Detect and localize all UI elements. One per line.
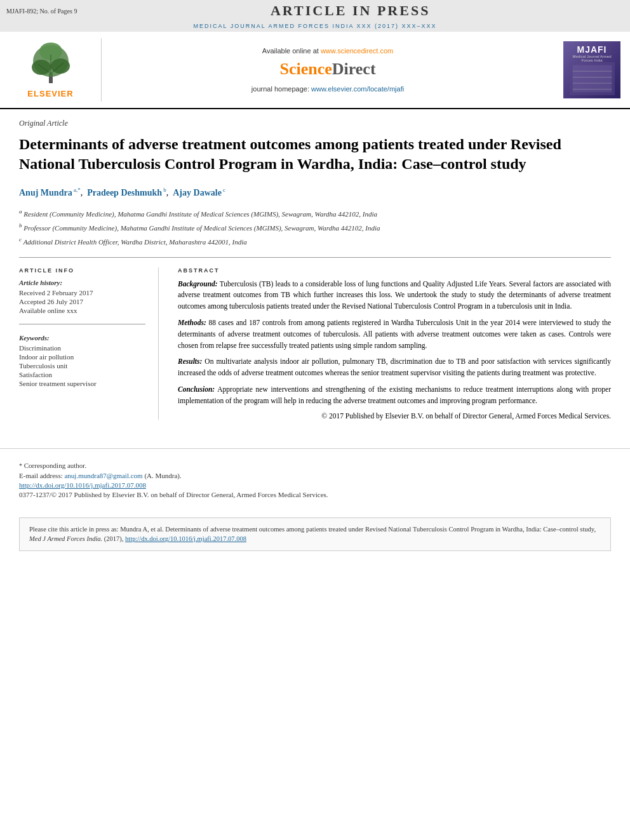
journal-subheader: MEDICAL JOURNAL ARMED FORCES INDIA XXX (… <box>0 22 630 32</box>
journal-id: MJAFI-892; No. of Pages 9 <box>6 8 77 15</box>
sciencedirect-url[interactable]: www.sciencedirect.com <box>321 47 393 55</box>
author-email[interactable]: anuj.mundra87@gmail.com <box>64 472 142 479</box>
homepage-url[interactable]: www.elsevier.com/locate/mjafi <box>311 85 404 93</box>
elsevier-wordmark: ELSEVIER <box>27 89 73 98</box>
corresponding-label: Corresponding author. <box>24 462 86 469</box>
history-available: Available online xxx <box>19 307 145 314</box>
author-1-name: Anuj Mundra <box>19 188 72 197</box>
mjafi-logo-box: MJAFI Medical Journal Armed Forces India <box>563 41 620 98</box>
mjafi-cover-image <box>568 62 616 95</box>
author-3-sup: c <box>222 187 225 193</box>
background-label: Background: <box>178 280 218 288</box>
svg-point-2 <box>32 60 51 75</box>
sciencedirect-logo: ScienceDirect <box>279 60 375 79</box>
center-branding: Available online at www.sciencedirect.co… <box>102 38 554 102</box>
methods-text: 88 cases and 187 controls from among pat… <box>178 319 611 349</box>
article-in-press-label: ARTICLE IN PRESS <box>77 3 624 19</box>
history-received: Received 2 February 2017 <box>19 289 145 297</box>
issn-line: 0377-1237/© 2017 Published by Elsevier B… <box>19 491 611 498</box>
elsevier-logo: ELSEVIER <box>0 38 102 102</box>
available-online-text: Available online at www.sciencedirect.co… <box>262 47 393 55</box>
results-text: On multivariate analysis indoor air poll… <box>178 357 611 377</box>
results-label: Results: <box>178 357 202 365</box>
abstract-methods: Methods: 88 cases and 187 controls from … <box>178 317 611 351</box>
footer-section: * Corresponding author. E-mail address: … <box>0 448 630 511</box>
affiliation-b: b Professor (Community Medicine), Mahatm… <box>19 222 611 233</box>
citation-doi-link[interactable]: http://dx.doi.org/10.1016/j.mjafi.2017.0… <box>125 535 246 542</box>
abstract-heading: ABSTRACT <box>178 267 611 274</box>
abstract-column: ABSTRACT Background: Tuberculosis (TB) l… <box>178 267 611 420</box>
affiliation-a: a Resident (Community Medicine), Mahatma… <box>19 208 611 219</box>
citation-box: Please cite this article in press as: Mu… <box>19 517 611 552</box>
mjafi-subtitle: Medical Journal Armed Forces India <box>566 55 617 62</box>
author-1-sup: a,* <box>72 187 81 193</box>
section-divider <box>19 257 611 258</box>
author-3-name: Ajay Dawale <box>173 188 222 197</box>
two-col-section: ARTICLE INFO Article history: Received 2… <box>19 267 611 420</box>
author-2-name: Pradeep Deshmukh <box>87 188 162 197</box>
article-info-column: ARTICLE INFO Article history: Received 2… <box>19 267 159 420</box>
branding-row: ELSEVIER Available online at www.science… <box>0 32 630 109</box>
keyword-3: Tuberculosis unit <box>19 362 145 370</box>
author-2-sup: b <box>162 187 166 193</box>
citation-year: (2017), <box>104 535 124 542</box>
mjafi-title: MJAFI <box>577 44 607 55</box>
homepage-text: journal homepage: www.elsevier.com/locat… <box>251 85 404 93</box>
top-bar: MJAFI-892; No. of Pages 9 ARTICLE IN PRE… <box>0 0 630 22</box>
direct-text: Direct <box>332 60 376 78</box>
conclusion-label: Conclusion: <box>178 385 215 393</box>
doi-link[interactable]: http://dx.doi.org/10.1016/j.mjafi.2017.0… <box>19 481 611 489</box>
keyword-4: Satisfaction <box>19 371 145 378</box>
email-line: E-mail address: anuj.mundra87@gmail.com … <box>19 472 611 479</box>
keywords-label: Keywords: <box>19 334 145 342</box>
abstract-background: Background: Tuberculosis (TB) leads to a… <box>178 279 611 312</box>
mjafi-logo-container: MJAFI Medical Journal Armed Forces India <box>554 38 630 102</box>
email-label: E-mail address: <box>19 472 63 479</box>
article-title: Determinants of adverse treatment outcom… <box>19 135 611 174</box>
article-info-heading: ARTICLE INFO <box>19 267 145 274</box>
history-accepted: Accepted 26 July 2017 <box>19 298 145 305</box>
keyword-5: Senior treatment supervisor <box>19 380 145 387</box>
star-symbol: * <box>19 462 22 469</box>
journal-name: MEDICAL JOURNAL ARMED FORCES INDIA XXX (… <box>194 23 437 29</box>
corresponding-note: * Corresponding author. <box>19 462 611 469</box>
methods-label: Methods: <box>178 319 206 326</box>
background-text: Tuberculosis (TB) leads to a considerabl… <box>178 280 611 310</box>
science-text: Science <box>279 60 332 78</box>
main-content: Original Article Determinants of adverse… <box>0 109 630 429</box>
email-suffix: (A. Mundra). <box>144 472 181 479</box>
citation-journal: Med J Armed Forces India. <box>29 535 102 542</box>
conclusion-text: Appropriate new interventions and streng… <box>178 385 611 404</box>
article-type: Original Article <box>19 119 611 128</box>
elsevier-tree-icon <box>22 42 79 86</box>
keywords-divider <box>19 324 145 324</box>
svg-rect-9 <box>572 65 611 93</box>
keyword-1: Discrimination <box>19 344 145 352</box>
abstract-results: Results: On multivariate analysis indoor… <box>178 356 611 379</box>
history-label: Article history: <box>19 279 145 286</box>
keyword-2: Indoor air pollution <box>19 353 145 361</box>
citation-text: Please cite this article in press as: Mu… <box>29 526 596 533</box>
abstract-copyright: © 2017 Published by Elsevier B.V. on beh… <box>178 412 611 420</box>
abstract-conclusion: Conclusion: Appropriate new intervention… <box>178 384 611 407</box>
affiliation-c: c Additional District Health Officer, Wa… <box>19 236 611 247</box>
authors-line: Anuj Mundra a,*, Pradeep Deshmukh b, Aja… <box>19 187 611 198</box>
affiliations: a Resident (Community Medicine), Mahatma… <box>19 208 611 247</box>
